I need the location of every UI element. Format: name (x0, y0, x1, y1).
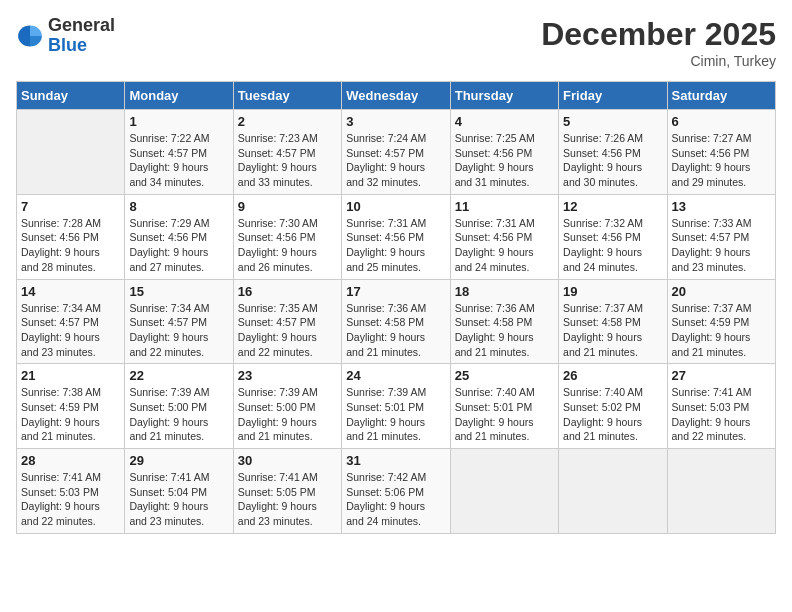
weekday-header: Sunday (17, 82, 125, 110)
day-info: Sunrise: 7:37 AM Sunset: 4:58 PM Dayligh… (563, 301, 662, 360)
day-number: 22 (129, 368, 228, 383)
day-number: 9 (238, 199, 337, 214)
title-block: December 2025 Cimin, Turkey (541, 16, 776, 69)
weekday-header: Tuesday (233, 82, 341, 110)
day-info: Sunrise: 7:31 AM Sunset: 4:56 PM Dayligh… (346, 216, 445, 275)
day-number: 3 (346, 114, 445, 129)
calendar-cell (667, 449, 775, 534)
day-info: Sunrise: 7:33 AM Sunset: 4:57 PM Dayligh… (672, 216, 771, 275)
calendar-cell (559, 449, 667, 534)
calendar-cell: 3Sunrise: 7:24 AM Sunset: 4:57 PM Daylig… (342, 110, 450, 195)
calendar-cell: 31Sunrise: 7:42 AM Sunset: 5:06 PM Dayli… (342, 449, 450, 534)
page-header: General Blue December 2025 Cimin, Turkey (16, 16, 776, 69)
calendar-cell: 15Sunrise: 7:34 AM Sunset: 4:57 PM Dayli… (125, 279, 233, 364)
day-number: 20 (672, 284, 771, 299)
day-info: Sunrise: 7:39 AM Sunset: 5:01 PM Dayligh… (346, 385, 445, 444)
weekday-header: Saturday (667, 82, 775, 110)
day-number: 5 (563, 114, 662, 129)
day-info: Sunrise: 7:27 AM Sunset: 4:56 PM Dayligh… (672, 131, 771, 190)
calendar-cell: 4Sunrise: 7:25 AM Sunset: 4:56 PM Daylig… (450, 110, 558, 195)
calendar-week-row: 14Sunrise: 7:34 AM Sunset: 4:57 PM Dayli… (17, 279, 776, 364)
day-info: Sunrise: 7:34 AM Sunset: 4:57 PM Dayligh… (129, 301, 228, 360)
location: Cimin, Turkey (541, 53, 776, 69)
day-number: 8 (129, 199, 228, 214)
weekday-header: Wednesday (342, 82, 450, 110)
day-number: 13 (672, 199, 771, 214)
logo: General Blue (16, 16, 115, 56)
calendar-cell: 6Sunrise: 7:27 AM Sunset: 4:56 PM Daylig… (667, 110, 775, 195)
calendar-cell (17, 110, 125, 195)
day-number: 16 (238, 284, 337, 299)
day-info: Sunrise: 7:41 AM Sunset: 5:03 PM Dayligh… (21, 470, 120, 529)
day-number: 26 (563, 368, 662, 383)
weekday-header: Monday (125, 82, 233, 110)
calendar-cell: 14Sunrise: 7:34 AM Sunset: 4:57 PM Dayli… (17, 279, 125, 364)
calendar-cell: 29Sunrise: 7:41 AM Sunset: 5:04 PM Dayli… (125, 449, 233, 534)
calendar-cell: 25Sunrise: 7:40 AM Sunset: 5:01 PM Dayli… (450, 364, 558, 449)
calendar-cell: 21Sunrise: 7:38 AM Sunset: 4:59 PM Dayli… (17, 364, 125, 449)
weekday-header: Thursday (450, 82, 558, 110)
day-number: 25 (455, 368, 554, 383)
day-number: 12 (563, 199, 662, 214)
calendar-cell: 30Sunrise: 7:41 AM Sunset: 5:05 PM Dayli… (233, 449, 341, 534)
day-number: 4 (455, 114, 554, 129)
day-info: Sunrise: 7:31 AM Sunset: 4:56 PM Dayligh… (455, 216, 554, 275)
calendar-cell: 20Sunrise: 7:37 AM Sunset: 4:59 PM Dayli… (667, 279, 775, 364)
day-number: 31 (346, 453, 445, 468)
calendar-cell: 26Sunrise: 7:40 AM Sunset: 5:02 PM Dayli… (559, 364, 667, 449)
day-number: 14 (21, 284, 120, 299)
header-row: SundayMondayTuesdayWednesdayThursdayFrid… (17, 82, 776, 110)
day-info: Sunrise: 7:25 AM Sunset: 4:56 PM Dayligh… (455, 131, 554, 190)
day-number: 24 (346, 368, 445, 383)
day-number: 19 (563, 284, 662, 299)
calendar-cell: 10Sunrise: 7:31 AM Sunset: 4:56 PM Dayli… (342, 194, 450, 279)
day-info: Sunrise: 7:34 AM Sunset: 4:57 PM Dayligh… (21, 301, 120, 360)
day-info: Sunrise: 7:37 AM Sunset: 4:59 PM Dayligh… (672, 301, 771, 360)
day-number: 10 (346, 199, 445, 214)
calendar-cell: 16Sunrise: 7:35 AM Sunset: 4:57 PM Dayli… (233, 279, 341, 364)
day-number: 2 (238, 114, 337, 129)
weekday-header: Friday (559, 82, 667, 110)
day-info: Sunrise: 7:41 AM Sunset: 5:04 PM Dayligh… (129, 470, 228, 529)
calendar-week-row: 1Sunrise: 7:22 AM Sunset: 4:57 PM Daylig… (17, 110, 776, 195)
day-info: Sunrise: 7:36 AM Sunset: 4:58 PM Dayligh… (346, 301, 445, 360)
calendar-cell: 12Sunrise: 7:32 AM Sunset: 4:56 PM Dayli… (559, 194, 667, 279)
calendar-week-row: 21Sunrise: 7:38 AM Sunset: 4:59 PM Dayli… (17, 364, 776, 449)
day-info: Sunrise: 7:39 AM Sunset: 5:00 PM Dayligh… (238, 385, 337, 444)
calendar-cell (450, 449, 558, 534)
day-number: 30 (238, 453, 337, 468)
day-info: Sunrise: 7:23 AM Sunset: 4:57 PM Dayligh… (238, 131, 337, 190)
calendar-week-row: 28Sunrise: 7:41 AM Sunset: 5:03 PM Dayli… (17, 449, 776, 534)
calendar-cell: 5Sunrise: 7:26 AM Sunset: 4:56 PM Daylig… (559, 110, 667, 195)
day-number: 15 (129, 284, 228, 299)
calendar-cell: 8Sunrise: 7:29 AM Sunset: 4:56 PM Daylig… (125, 194, 233, 279)
day-info: Sunrise: 7:26 AM Sunset: 4:56 PM Dayligh… (563, 131, 662, 190)
day-info: Sunrise: 7:35 AM Sunset: 4:57 PM Dayligh… (238, 301, 337, 360)
calendar-cell: 27Sunrise: 7:41 AM Sunset: 5:03 PM Dayli… (667, 364, 775, 449)
calendar-table: SundayMondayTuesdayWednesdayThursdayFrid… (16, 81, 776, 534)
day-number: 7 (21, 199, 120, 214)
calendar-cell: 24Sunrise: 7:39 AM Sunset: 5:01 PM Dayli… (342, 364, 450, 449)
calendar-cell: 2Sunrise: 7:23 AM Sunset: 4:57 PM Daylig… (233, 110, 341, 195)
day-info: Sunrise: 7:41 AM Sunset: 5:03 PM Dayligh… (672, 385, 771, 444)
calendar-cell: 17Sunrise: 7:36 AM Sunset: 4:58 PM Dayli… (342, 279, 450, 364)
calendar-cell: 22Sunrise: 7:39 AM Sunset: 5:00 PM Dayli… (125, 364, 233, 449)
day-number: 11 (455, 199, 554, 214)
calendar-cell: 7Sunrise: 7:28 AM Sunset: 4:56 PM Daylig… (17, 194, 125, 279)
day-info: Sunrise: 7:22 AM Sunset: 4:57 PM Dayligh… (129, 131, 228, 190)
calendar-cell: 1Sunrise: 7:22 AM Sunset: 4:57 PM Daylig… (125, 110, 233, 195)
calendar-cell: 18Sunrise: 7:36 AM Sunset: 4:58 PM Dayli… (450, 279, 558, 364)
calendar-cell: 13Sunrise: 7:33 AM Sunset: 4:57 PM Dayli… (667, 194, 775, 279)
day-info: Sunrise: 7:41 AM Sunset: 5:05 PM Dayligh… (238, 470, 337, 529)
day-number: 21 (21, 368, 120, 383)
day-number: 27 (672, 368, 771, 383)
day-info: Sunrise: 7:24 AM Sunset: 4:57 PM Dayligh… (346, 131, 445, 190)
day-info: Sunrise: 7:36 AM Sunset: 4:58 PM Dayligh… (455, 301, 554, 360)
calendar-cell: 11Sunrise: 7:31 AM Sunset: 4:56 PM Dayli… (450, 194, 558, 279)
day-info: Sunrise: 7:39 AM Sunset: 5:00 PM Dayligh… (129, 385, 228, 444)
day-info: Sunrise: 7:40 AM Sunset: 5:02 PM Dayligh… (563, 385, 662, 444)
month-title: December 2025 (541, 16, 776, 53)
day-number: 28 (21, 453, 120, 468)
day-number: 17 (346, 284, 445, 299)
day-info: Sunrise: 7:40 AM Sunset: 5:01 PM Dayligh… (455, 385, 554, 444)
